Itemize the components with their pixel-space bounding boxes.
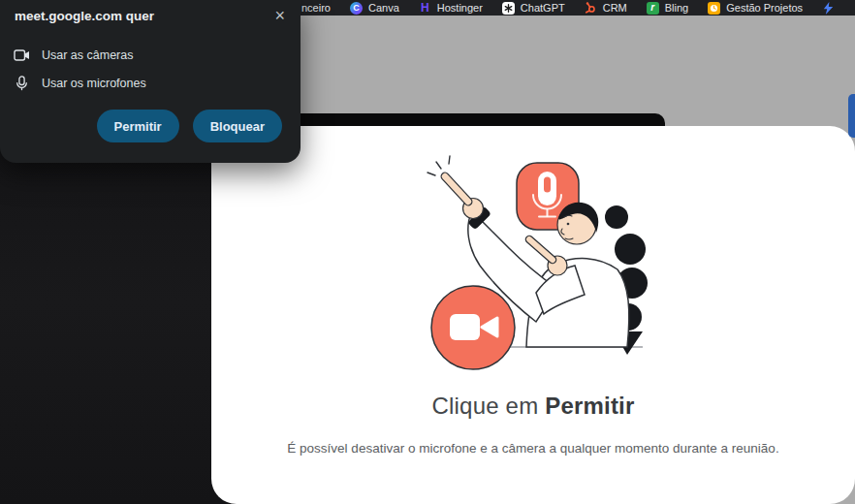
chatgpt-icon — [502, 2, 515, 15]
pointing-hand-left — [529, 239, 567, 275]
card-subtitle: É possível desativar o microfone e a câm… — [211, 441, 855, 456]
microphone-icon — [16, 76, 28, 91]
clock-icon — [708, 2, 720, 15]
heading-bold: Permitir — [545, 393, 634, 419]
bookmark-label: Bling — [665, 2, 688, 14]
card-heading: Clique em Permitir — [211, 393, 855, 420]
dialog-buttons: Permitir Bloquear — [97, 110, 282, 142]
microphone-permission-row: Usar os microfones — [14, 76, 146, 91]
screen: nceiro C Canva H Hostinger ChatGPT CRM r… — [0, 0, 855, 504]
camera-icon — [14, 48, 30, 62]
heading-regular: Clique em — [431, 393, 545, 419]
dialog-title: meet.google.com quer — [15, 9, 154, 23]
permission-label: Usar os microfones — [42, 77, 146, 90]
camera-permission-row: Usar as câmeras — [14, 48, 133, 62]
hubspot-icon — [585, 2, 597, 15]
block-button[interactable]: Bloquear — [193, 110, 282, 142]
bling-icon: r — [647, 2, 659, 15]
bookmark-hostinger[interactable]: H Hostinger — [419, 2, 483, 15]
blue-edge-button[interactable] — [848, 94, 855, 138]
hostinger-icon: H — [419, 2, 431, 15]
bookmark-canva[interactable]: C Canva — [350, 2, 399, 15]
bookmark-crm[interactable]: CRM — [585, 2, 627, 15]
mic-camera-illustration — [412, 147, 703, 394]
bookmark-label: Canva — [368, 2, 399, 14]
canva-icon: C — [350, 2, 363, 15]
bookmark-label: nceiro — [301, 2, 331, 14]
bookmark-chatgpt[interactable]: ChatGPT — [502, 2, 565, 15]
meet-permission-card: Clique em Permitir É possível desativar … — [211, 126, 855, 504]
bookmark-lightning[interactable] — [822, 2, 835, 15]
bookmark-gestao-projetos[interactable]: Gestão Projetos — [708, 2, 803, 15]
bookmark-label: ChatGPT — [521, 2, 565, 14]
lightning-icon — [822, 2, 835, 15]
close-icon[interactable]: × — [274, 4, 285, 28]
bookmark-bling[interactable]: r Bling — [647, 2, 688, 15]
bookmark-label: CRM — [603, 2, 627, 14]
bookmark-label: Gestão Projetos — [726, 2, 803, 14]
bookmark-financeiro[interactable]: nceiro — [301, 2, 331, 14]
bookmark-label: Hostinger — [437, 2, 483, 14]
permission-label: Usar as câmeras — [42, 48, 133, 62]
permission-dialog: meet.google.com quer × Usar as câmeras U… — [0, 0, 301, 163]
pointing-hand-up — [445, 176, 484, 219]
allow-button[interactable]: Permitir — [97, 110, 179, 142]
